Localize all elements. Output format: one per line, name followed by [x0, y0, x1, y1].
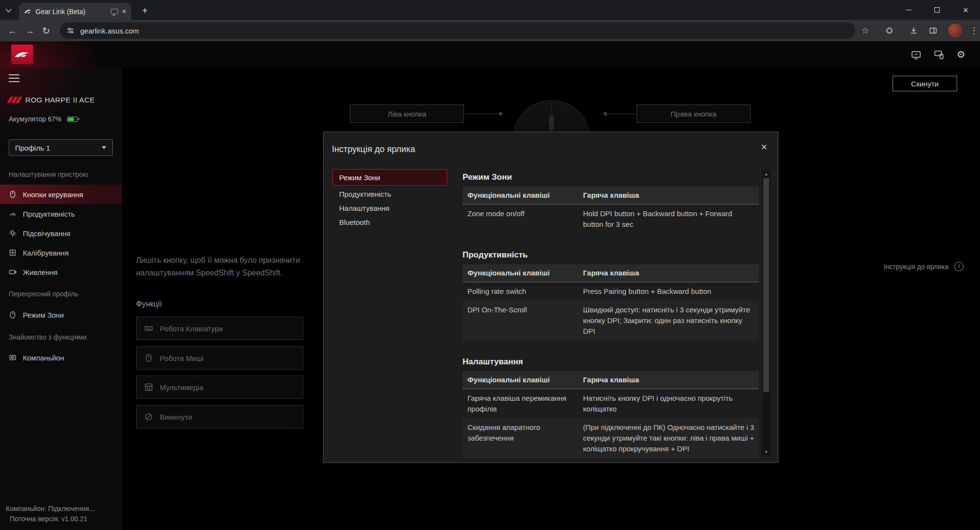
- browser-toolbar: ← → ↻ gearlink.asus.com ☆ ⋮: [0, 20, 980, 41]
- app-top-bar: ⚙: [0, 41, 980, 68]
- rog-logo[interactable]: [11, 45, 33, 64]
- left-button-connector-line: [465, 114, 499, 114]
- hamburger-menu-icon[interactable]: [9, 74, 19, 82]
- sidebar-nav-cross-profile: Режим Зони: [0, 305, 121, 325]
- function-label: Вимкнути: [160, 413, 192, 421]
- tab-search-chevron-icon[interactable]: [6, 7, 11, 12]
- reload-button[interactable]: ↻: [42, 26, 50, 35]
- dialog-close-icon[interactable]: ×: [761, 142, 767, 153]
- dialog-nav-label: Налаштування: [339, 204, 390, 212]
- tab-favicon-icon: [24, 8, 32, 16]
- right-button-connector-line: [606, 114, 636, 114]
- browser-tab[interactable]: Gear Link (Beta) ×: [19, 3, 131, 20]
- arrow-left-icon: [603, 111, 606, 116]
- screen-share-icon[interactable]: [911, 50, 921, 60]
- sidebar-item-label: Живлення: [23, 268, 58, 276]
- function-keyboard-button[interactable]: Робота Клавіатури: [136, 317, 303, 340]
- sidebar-item-label: Продуктивність: [23, 210, 75, 218]
- sidebar-group-device-settings: Налаштування пристрою: [9, 171, 88, 178]
- light-icon: [9, 229, 17, 237]
- table-header-row: Функціональні клавіші Гаряча клавіша: [463, 187, 759, 205]
- companion-icon: [9, 354, 17, 361]
- maximize-icon: [934, 7, 940, 13]
- sidebar-item-label: Кнопки керування: [23, 190, 83, 199]
- tab-close-icon[interactable]: ×: [122, 8, 126, 16]
- right-mouse-button-assignment[interactable]: Права кнопка: [636, 104, 751, 123]
- device-sync-icon[interactable]: [934, 50, 944, 60]
- window-close-button[interactable]: ×: [951, 0, 980, 20]
- new-tab-button[interactable]: +: [138, 4, 152, 17]
- window-maximize-button[interactable]: [923, 0, 951, 20]
- row-value: Hold DPI button + Backward button + Forw…: [583, 208, 754, 230]
- url-text: gearlink.asus.com: [80, 27, 139, 35]
- extensions-puzzle-icon[interactable]: [885, 27, 894, 35]
- dialog-nav-settings[interactable]: Налаштування: [332, 201, 447, 215]
- profile-dropdown[interactable]: Профіль 1: [9, 139, 113, 156]
- multimedia-grid-icon: [144, 383, 153, 392]
- settings-gear-icon[interactable]: ⚙: [957, 50, 965, 59]
- sidebar-footer: Компаньйон: Підключення... Поточна версі…: [6, 504, 95, 524]
- scrollbar-thumb[interactable]: [763, 178, 769, 392]
- address-bar[interactable]: gearlink.asus.com: [60, 22, 855, 39]
- dialog-nav-zone-mode[interactable]: Режим Зони: [332, 169, 447, 186]
- left-mouse-button-assignment[interactable]: Ліва кнопка: [350, 104, 464, 123]
- back-button[interactable]: ←: [8, 26, 17, 35]
- row-key: Скидання апаратного забезпечення: [467, 422, 583, 454]
- dialog-nav-bluetooth[interactable]: Bluetooth: [332, 215, 447, 229]
- minimize-icon: [906, 10, 911, 11]
- mouse-icon: [9, 190, 17, 198]
- sidebar-item-label: Підсвічування: [23, 229, 70, 238]
- keyboard-icon: [144, 324, 153, 333]
- window-minimize-button[interactable]: [894, 0, 923, 20]
- table-row: Скидання апаратного забезпечення (При пі…: [463, 418, 759, 458]
- function-label: Мультимедіа: [160, 383, 203, 392]
- section-heading: Режим Зони: [463, 172, 759, 182]
- shortcut-instructions-link[interactable]: Інструкція до ярлика i: [884, 262, 963, 271]
- table-row: Polling rate switch Press Pairing button…: [463, 282, 759, 301]
- download-icon[interactable]: [910, 27, 918, 35]
- tab-display-icon: [111, 9, 118, 14]
- battery-label: Акумулятор 67%: [9, 115, 61, 123]
- column-header-hotkey: Гаряча клавіша: [583, 375, 754, 385]
- scroll-up-icon[interactable]: ▲: [762, 170, 770, 178]
- disable-icon: [144, 412, 153, 421]
- app-top-bar-actions: ⚙: [911, 41, 965, 68]
- companion-status: Компаньйон: Підключення...: [6, 504, 95, 514]
- sidebar-item-power[interactable]: Живлення: [0, 262, 121, 282]
- tab-title: Gear Link (Beta): [35, 8, 107, 16]
- forward-button[interactable]: →: [25, 26, 34, 35]
- dialog-scrollbar[interactable]: ▲ ▼: [762, 170, 770, 456]
- column-header-function-keys: Функціональні клавіші: [467, 375, 583, 385]
- browser-tab-strip: Gear Link (Beta) × + ×: [0, 0, 980, 20]
- sidebar-item-label: Компаньйон: [23, 354, 64, 362]
- section-heading: Продуктивність: [463, 250, 759, 260]
- site-settings-icon[interactable]: [67, 27, 74, 34]
- dialog-title: Інструкція до ярлика: [332, 144, 415, 154]
- column-header-hotkey: Гаряча клавіша: [583, 268, 754, 278]
- sidebar-item-zone-mode[interactable]: Режим Зони: [0, 305, 121, 325]
- sidebar-item-performance[interactable]: Продуктивність: [0, 204, 121, 223]
- sidebar-item-companion[interactable]: Компаньйон: [0, 348, 121, 367]
- info-icon[interactable]: i: [954, 262, 963, 271]
- bookmark-star-icon[interactable]: ☆: [861, 25, 869, 36]
- profile-avatar[interactable]: [947, 23, 963, 38]
- function-mouse-button[interactable]: Робота Миші: [136, 346, 303, 370]
- side-panel-icon[interactable]: [929, 27, 937, 35]
- device-name: ROG HARPE II ACE: [25, 96, 95, 104]
- sidebar-item-control-buttons[interactable]: Кнопки керування: [0, 185, 121, 204]
- function-multimedia-button[interactable]: Мультимедіа: [136, 376, 303, 399]
- function-disable-button[interactable]: Вимкнути: [136, 405, 303, 428]
- mouse-icon: [9, 311, 17, 319]
- rog-eye-icon: [14, 50, 31, 59]
- browser-menu-icon[interactable]: ⋮: [970, 25, 979, 36]
- reset-button[interactable]: Скинути: [893, 76, 957, 91]
- speedshift-hint-line1: Лишіть кнопку, щоб її можна було признач…: [136, 256, 300, 265]
- dialog-nav-performance[interactable]: Продуктивність: [332, 187, 447, 201]
- scroll-down-icon[interactable]: ▼: [762, 448, 770, 456]
- row-value: Швидкий доступ: натисніть і 3 секунди ут…: [583, 305, 754, 337]
- sidebar-item-calibration[interactable]: Калібрування: [0, 243, 121, 262]
- dialog-content: Режим Зони Функціональні клавіші Гаряча …: [463, 172, 759, 475]
- sidebar-item-label: Режим Зони: [23, 311, 64, 319]
- sidebar-item-lighting[interactable]: Підсвічування: [0, 223, 121, 243]
- column-header-hotkey: Гаряча клавіша: [583, 190, 754, 201]
